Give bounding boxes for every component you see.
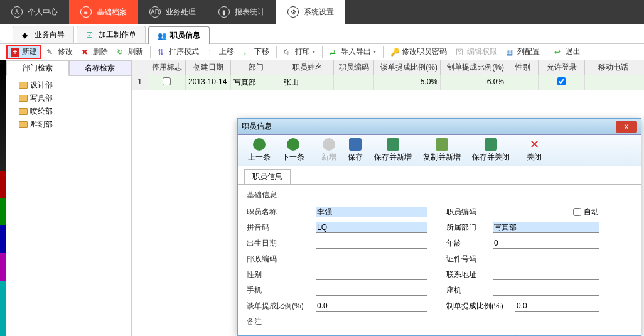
dropdown-icon: ▾ [373,49,376,55]
subtab-dept[interactable]: 部门检索 [6,60,69,76]
subtab-name[interactable]: 名称检索 [69,60,132,76]
chart-icon: ▮ [218,6,230,18]
tab-wizard[interactable]: ◆业务向导 [13,26,74,43]
nav-archive[interactable]: ≡基础档案 [69,0,138,24]
btn-refresh[interactable]: ↻刷新 [113,45,147,58]
folder-icon [19,121,28,128]
user-icon: 人 [11,6,23,18]
dropdown-icon: ▾ [313,49,315,55]
post-input[interactable] [316,254,427,264]
list-icon: ≡ [80,6,92,18]
dept-input[interactable] [493,222,599,233]
birth-input[interactable] [316,238,427,249]
key-icon: 🔑 [390,48,399,57]
tree-item[interactable]: 喷绘部 [10,105,127,118]
sort-icon: ⇅ [158,48,166,57]
prev-icon [253,138,266,151]
btn-exit[interactable]: ↩退出 [550,45,584,58]
nav-business[interactable]: AD业务处理 [138,0,207,24]
btn-pwd[interactable]: 🔑修改职员密码 [387,45,451,58]
btn-add[interactable]: 新增 [316,137,341,164]
tab-production[interactable]: ☑加工制作单 [77,26,146,43]
copynew-icon [436,138,448,151]
btn-perm[interactable]: ⚿编辑权限 [452,45,501,58]
btn-print[interactable]: ⎙打印▾ [280,45,319,58]
up-icon: ↑ [208,48,217,57]
auto-checkbox[interactable]: 自动 [573,207,599,217]
btn-up[interactable]: ↑上移 [204,45,238,58]
name-input[interactable] [316,207,427,217]
btn-down[interactable]: ↓下移 [239,45,273,58]
tab-employee[interactable]: 👥职员信息 [148,26,210,44]
grid-header: 停用标志 创建日期 部门 职员姓名 职员编码 谈单提成比例(%) 制单提成比例(… [132,60,644,75]
btn-close[interactable]: ✕关闭 [522,137,547,164]
inner-tab[interactable]: 职员信息 [244,169,291,184]
mobile-input[interactable] [316,285,427,296]
next-icon [287,138,299,151]
nav-settings[interactable]: ⚙系统设置 [276,0,345,24]
down-icon: ↓ [243,48,252,57]
talk-input[interactable] [316,301,427,312]
plus-icon: + [11,48,19,57]
btn-save[interactable]: 保存 [343,137,368,164]
color-sidebar [0,60,6,336]
btn-new[interactable]: +新建 [6,45,41,59]
print-icon: ⎙ [284,48,292,57]
login-checkbox[interactable] [557,77,566,85]
grid-row[interactable]: 1 2013-10-14 写真部 张山 5.0% 6.0% [132,75,644,90]
tree-item[interactable]: 雕刻部 [10,118,127,131]
btn-io[interactable]: ⇄导入导出▾ [326,45,380,58]
cols-icon: ▦ [506,48,515,57]
savenew-icon [387,138,399,151]
tel-input[interactable] [493,285,599,296]
sex-input[interactable] [316,269,427,280]
stop-checkbox[interactable] [163,77,171,85]
save-icon [349,138,362,151]
perm-icon: ⚿ [456,48,464,57]
dialog-close[interactable]: X [616,121,637,133]
code-input[interactable] [493,207,568,217]
age-input[interactable] [493,238,599,249]
folder-icon [19,82,28,89]
btn-prev[interactable]: 上一条 [243,137,276,164]
btn-sort[interactable]: ⇅排序模式 [154,45,203,58]
nav-reports[interactable]: ▮报表统计 [207,0,276,24]
tree-item[interactable]: 写真部 [10,92,127,105]
folder-icon [19,108,28,115]
btn-save-close[interactable]: 保存并关闭 [467,137,515,164]
btn-delete[interactable]: ✖删除 [78,45,112,58]
saveclose-icon [485,138,497,151]
btn-copy-new[interactable]: 复制并新增 [418,137,466,164]
tree-item[interactable]: 设计部 [10,79,127,92]
section-basic: 基础信息 [247,190,632,200]
folder-icon [19,95,28,102]
addr-input[interactable] [493,269,599,280]
btn-cols[interactable]: ▦列配置 [502,45,544,58]
pinyin-input[interactable] [316,222,427,233]
dept-tree: 设计部 写真部 喷绘部 雕刻部 [6,76,131,134]
edit-icon: ✎ [46,48,55,57]
btn-next[interactable]: 下一条 [277,137,309,164]
task-icon: AD [149,6,161,18]
btn-save-new[interactable]: 保存并新增 [369,137,417,164]
make-input[interactable] [515,301,599,312]
delete-icon: ✖ [82,48,90,57]
people-icon: 👥 [158,31,166,40]
nav-personal[interactable]: 人个人中心 [0,0,69,24]
exit-icon: ↩ [554,48,563,57]
id-input[interactable] [493,254,599,264]
employee-dialog: 职员信息 X 上一条 下一条 新增 保存 保存并新增 复制并新增 保存并关闭 ✕… [237,118,641,336]
add-icon [323,138,335,151]
btn-edit[interactable]: ✎修改 [43,45,77,58]
sheet-icon: ☑ [86,31,95,40]
dialog-title: 职员信息 [242,121,272,132]
refresh-icon: ↻ [117,48,126,57]
wizard-icon: ◆ [22,31,31,40]
io-icon: ⇄ [330,48,338,57]
close-icon: ✕ [528,138,540,151]
gear-icon: ⚙ [287,6,299,18]
